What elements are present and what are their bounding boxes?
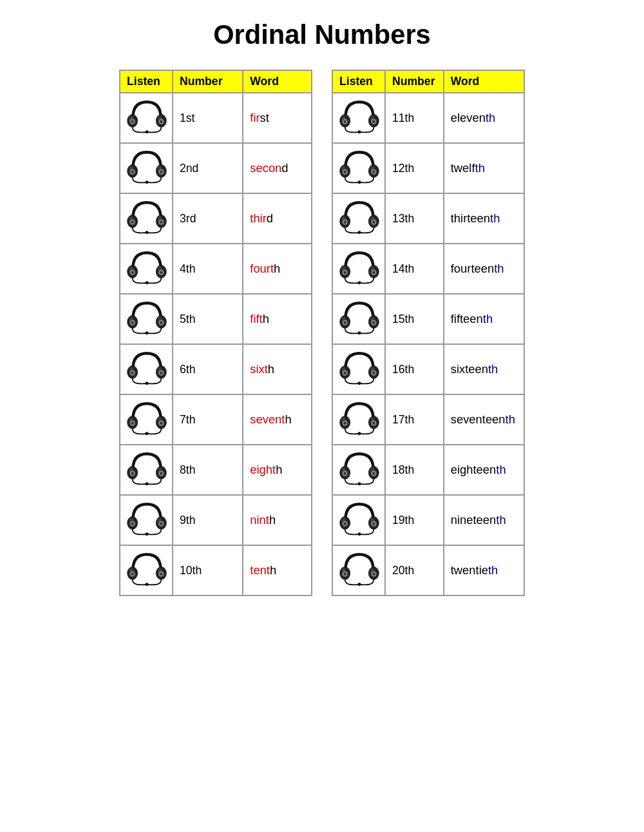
- word-base: sixt: [250, 362, 268, 376]
- word-suffix: h: [270, 563, 276, 577]
- word-suffix: th: [488, 362, 498, 376]
- listen-cell[interactable]: [120, 445, 173, 495]
- word-suffix: st: [260, 111, 269, 124]
- svg-point-129: [344, 321, 346, 324]
- svg-point-98: [358, 130, 361, 133]
- number-cell: 3rd: [173, 193, 243, 244]
- headphones-icon: [339, 552, 378, 587]
- listen-cell[interactable]: [332, 344, 385, 394]
- word-base: fift: [250, 312, 262, 325]
- word-suffix: th: [494, 262, 504, 275]
- headphones-icon: [339, 401, 378, 436]
- listen-cell[interactable]: [332, 244, 385, 294]
- headphones-icon: [127, 200, 166, 235]
- word-suffix: th: [488, 563, 498, 577]
- word-base: eleven: [451, 111, 486, 124]
- number-cell: 10th: [173, 545, 243, 595]
- word-suffix: h: [285, 412, 291, 426]
- table-row: 6thsixth: [120, 344, 312, 394]
- word-base: secon: [250, 161, 281, 175]
- word-cell: eleventh: [444, 93, 524, 143]
- listen-cell[interactable]: [120, 193, 173, 244]
- headphones-icon: [339, 200, 378, 235]
- headphones-icon: [339, 351, 378, 386]
- table-row: 5thfifth: [120, 294, 312, 344]
- svg-point-26: [146, 231, 149, 234]
- word-suffix: h: [263, 312, 269, 325]
- svg-point-116: [358, 231, 361, 234]
- listen-cell[interactable]: [332, 294, 385, 344]
- listen-cell[interactable]: [332, 445, 385, 495]
- word-cell: fourth: [243, 244, 312, 294]
- word-base: fourt: [250, 262, 274, 275]
- listen-cell[interactable]: [120, 344, 173, 394]
- svg-point-156: [344, 472, 346, 474]
- table1-header-number: Number: [173, 70, 243, 93]
- word-cell: second: [243, 143, 312, 193]
- headphones-icon: [339, 300, 378, 336]
- listen-cell[interactable]: [332, 394, 385, 445]
- word-suffix: h: [269, 513, 276, 527]
- svg-point-125: [358, 281, 361, 284]
- listen-cell[interactable]: [332, 495, 385, 545]
- svg-point-120: [344, 271, 346, 273]
- listen-cell[interactable]: [120, 143, 173, 193]
- svg-point-160: [372, 472, 375, 474]
- listen-cell[interactable]: [332, 545, 385, 595]
- table2-header-listen: Listen: [332, 70, 385, 93]
- svg-point-124: [372, 271, 375, 273]
- word-suffix: th: [475, 161, 485, 175]
- svg-point-66: [131, 472, 134, 474]
- svg-point-70: [160, 472, 162, 474]
- listen-cell[interactable]: [120, 545, 173, 595]
- table-row: 15thfifteenth: [332, 294, 524, 344]
- headphones-icon: [339, 150, 378, 185]
- listen-cell[interactable]: [332, 143, 385, 193]
- listen-cell[interactable]: [120, 394, 173, 445]
- table-row: 8theighth: [120, 445, 312, 495]
- svg-point-89: [146, 583, 149, 586]
- svg-point-115: [372, 220, 375, 223]
- listen-cell[interactable]: [120, 93, 173, 143]
- word-cell: first: [243, 93, 312, 143]
- svg-point-152: [358, 432, 361, 435]
- number-cell: 12th: [385, 143, 444, 193]
- word-cell: twentieth: [444, 545, 524, 595]
- svg-point-79: [160, 522, 162, 525]
- headphones-icon: [127, 401, 166, 436]
- headphones-icon: [127, 451, 166, 487]
- number-cell: 15th: [385, 294, 444, 344]
- svg-point-30: [131, 271, 134, 273]
- number-cell: 14th: [385, 244, 444, 294]
- word-cell: fifth: [243, 294, 312, 344]
- table-row: 9thninth: [120, 495, 312, 545]
- table-row: 10thtenth: [120, 545, 312, 595]
- table-row: 18theighteenth: [332, 445, 524, 495]
- listen-cell[interactable]: [332, 93, 385, 143]
- svg-point-12: [131, 170, 134, 173]
- word-base: sixteen: [451, 362, 488, 376]
- svg-point-25: [160, 220, 162, 223]
- svg-point-111: [344, 220, 346, 223]
- listen-cell[interactable]: [332, 193, 385, 244]
- word-base: thir: [250, 211, 267, 225]
- table-row: 7thseventh: [120, 394, 312, 445]
- number-cell: 13th: [385, 193, 444, 244]
- svg-point-21: [131, 220, 134, 223]
- listen-cell[interactable]: [120, 495, 173, 545]
- word-cell: fifteenth: [444, 294, 524, 344]
- svg-point-107: [358, 180, 361, 184]
- number-cell: 4th: [173, 244, 243, 294]
- listen-cell[interactable]: [120, 244, 173, 294]
- svg-point-142: [372, 371, 375, 374]
- listen-cell[interactable]: [120, 294, 173, 344]
- word-suffix: th: [496, 463, 506, 476]
- table2-header-word: Word: [444, 70, 524, 93]
- svg-point-16: [160, 170, 162, 173]
- word-suffix: th: [506, 412, 515, 426]
- word-suffix: th: [486, 111, 495, 124]
- table-row: 2ndsecond: [120, 143, 312, 193]
- table-row: 11theleventh: [332, 93, 524, 143]
- svg-point-169: [372, 522, 375, 525]
- svg-point-88: [160, 572, 162, 575]
